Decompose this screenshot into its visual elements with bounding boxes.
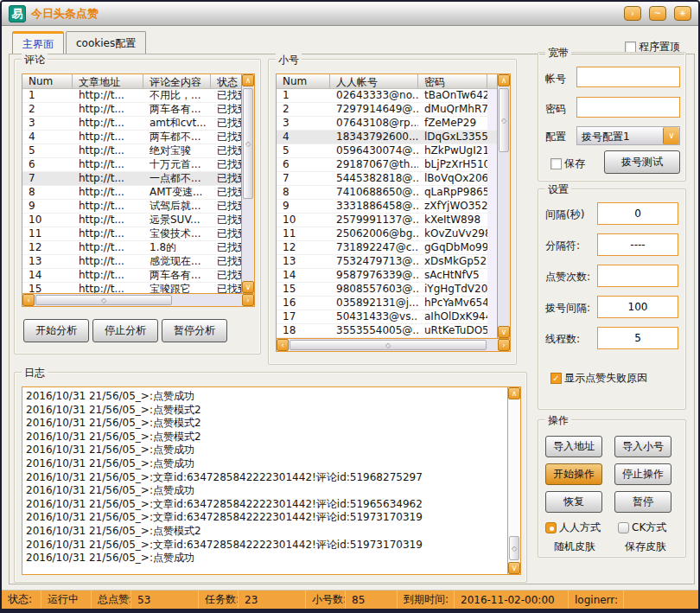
start-analysis-button[interactable]: 开始分析	[23, 319, 89, 342]
comments-vscrollbar[interactable]: ∧ ◇ ∨	[241, 74, 254, 293]
table-row[interactable]: 14http://t...两车各有...已找到	[22, 269, 241, 283]
table-row[interactable]: 8http://t...AMT变速...已找到	[22, 186, 241, 200]
scroll-track[interactable]: ◇	[508, 399, 520, 562]
table-row[interactable]: 137532479713@...xDsMkGp52	[277, 255, 497, 269]
dial-test-button[interactable]: 拨号测试	[604, 150, 680, 174]
resume-button[interactable]: 恢复	[545, 491, 602, 513]
table-row[interactable]: 6http://t...十万元首...已找到	[22, 158, 241, 172]
like-count-input[interactable]	[597, 265, 678, 287]
table-row[interactable]: 629187067@th...bLjPzXrH510	[277, 158, 497, 172]
broadband-save-checkbox[interactable]	[550, 158, 562, 169]
thread-count-input[interactable]	[597, 327, 678, 349]
table-row[interactable]: 93331886458@...zXfYjWO352	[277, 200, 497, 214]
broadband-save-option[interactable]: 保存	[550, 156, 585, 171]
scroll-thumb[interactable]: ◇	[509, 536, 519, 560]
show-fail-reason-checkbox[interactable]: ✓	[550, 373, 562, 384]
combo-dropdown-icon[interactable]: ∨	[663, 127, 679, 144]
scroll-left-icon[interactable]: ‹	[22, 294, 35, 306]
interval-input[interactable]	[597, 202, 678, 225]
separator-input[interactable]	[597, 233, 678, 256]
scroll-up-icon[interactable]: ∧	[508, 387, 520, 399]
scroll-track[interactable]: ◇	[242, 86, 254, 281]
ck-mode-radio[interactable]	[618, 522, 629, 533]
table-row[interactable]: 11http://t...宝俊技术...已找到	[22, 227, 241, 241]
table-row[interactable]: 7http://t...一点都不...已找到	[22, 172, 241, 186]
table-row[interactable]: 102579991137@...kXeItW898	[277, 214, 497, 227]
scroll-thumb[interactable]: ◇	[243, 88, 253, 199]
close-button-icon[interactable]: ✳	[674, 6, 691, 21]
stop-analysis-button[interactable]: 停止分析	[92, 319, 158, 342]
scroll-track[interactable]: ◇	[35, 294, 242, 306]
show-fail-reason-option[interactable]: ✓ 显示点赞失败原因	[550, 371, 647, 386]
column-header[interactable]: 密码	[418, 74, 487, 88]
save-skin-link[interactable]: 保存皮肤	[625, 540, 666, 554]
pause-button[interactable]: 暂停	[614, 491, 671, 513]
broadband-account-input[interactable]	[576, 67, 680, 87]
table-row[interactable]: 183553554005@...uRtKeTuDO5	[277, 324, 497, 338]
minimize-button-icon[interactable]: ~	[649, 6, 666, 21]
table-row[interactable]: 149587976339@...sAcHtNfV5	[277, 269, 497, 283]
table-row[interactable]: 3http://t...amt和cvt...已找到	[22, 117, 241, 131]
table-row[interactable]: 16035892131@j...hPcYaMv6546	[277, 297, 497, 310]
pause-analysis-button[interactable]: 暂停分析	[162, 319, 227, 342]
table-row[interactable]: 1125062006@bg...kOvZuVv2988	[277, 227, 497, 241]
table-row[interactable]: 1750431433@vs...aIhOlDxK9445	[277, 310, 497, 324]
scroll-left-icon[interactable]: ‹	[277, 339, 289, 351]
accounts-hscrollbar[interactable]: ‹ ◇ ›	[277, 338, 510, 351]
import-accounts-button[interactable]: 导入小号	[614, 436, 671, 457]
accounts-vscrollbar[interactable]: ∧ ◇ ∨	[497, 74, 510, 338]
table-row[interactable]: 13http://t...感觉现在...已找到	[22, 255, 241, 269]
scroll-track[interactable]: ◇	[289, 339, 498, 351]
random-skin-link[interactable]: 随机皮肤	[554, 540, 595, 554]
scroll-thumb[interactable]: ◇	[290, 340, 487, 350]
scroll-thumb[interactable]: ◇	[35, 295, 172, 305]
table-row[interactable]: 75445382818@...lBoVqOx2062	[277, 172, 497, 186]
tab-main[interactable]: 主界面	[12, 31, 64, 55]
dial-config-select[interactable]: 拨号配置1 ∨	[576, 126, 680, 145]
table-row[interactable]: 5http://t...绝对宝骏已找到	[22, 144, 241, 158]
table-row[interactable]: 4http://t...两车都不...已找到	[22, 131, 241, 144]
log-output[interactable]: 2016/10/31 21/56/05_>:点赞成功2016/10/31 21/…	[22, 386, 521, 575]
table-row[interactable]: 50596430074@...hZkPwUgI219	[277, 144, 497, 158]
table-row[interactable]: 12731892247@c...gGqDbMo999	[277, 241, 497, 255]
scroll-right-icon[interactable]: ›	[242, 294, 254, 306]
ck-mode-option[interactable]: CK方式	[618, 520, 666, 535]
table-row[interactable]: 10http://t...远景SUV...已找到	[22, 214, 241, 227]
comments-hscrollbar[interactable]: ‹ ◇ ›	[22, 293, 254, 306]
table-row[interactable]: 27297914649@...dMuQrMhR7	[277, 103, 497, 117]
skin-button-icon[interactable]: ›	[624, 6, 641, 21]
dial-interval-input[interactable]	[597, 296, 678, 318]
column-header[interactable]: 评论全内容	[143, 74, 211, 88]
log-vscrollbar[interactable]: ∧ ◇ ∨	[507, 387, 520, 574]
start-operation-button[interactable]: 开始操作	[545, 463, 602, 485]
table-row[interactable]: 102643333@no...tBaOnTw642	[277, 89, 497, 103]
table-row[interactable]: 418343792600...lDqGxL3355	[277, 131, 497, 144]
table-row[interactable]: 1http://t...不用比，...已找到	[22, 89, 241, 103]
scroll-down-icon[interactable]: ∨	[498, 326, 510, 338]
table-row[interactable]: 87410688650@...qLaRpP9865	[277, 186, 497, 200]
scroll-right-icon[interactable]: ›	[498, 339, 510, 351]
column-header[interactable]: Num	[22, 74, 73, 88]
renren-mode-option[interactable]: 人人方式	[545, 520, 601, 535]
scroll-track[interactable]: ◇	[498, 86, 510, 326]
stop-operation-button[interactable]: 停止操作	[614, 463, 671, 485]
scroll-up-icon[interactable]: ∧	[498, 74, 510, 86]
table-row[interactable]: 12http://t...1.8的已找到	[22, 241, 241, 255]
import-urls-button[interactable]: 导入地址	[545, 436, 602, 457]
broadband-password-input[interactable]	[576, 97, 680, 118]
scroll-down-icon[interactable]: ∨	[242, 281, 254, 293]
scroll-up-icon[interactable]: ∧	[242, 74, 254, 86]
scroll-down-icon[interactable]: ∨	[508, 562, 520, 574]
table-row[interactable]: 159808557603@...iYgHgTdV20	[277, 283, 497, 297]
column-header[interactable]: 状态	[211, 74, 241, 88]
table-row[interactable]: 9http://t...试驾后就...已找到	[22, 200, 241, 214]
column-header[interactable]: 人人帐号	[330, 74, 418, 88]
tab-cookies-config[interactable]: cookies配置	[66, 31, 146, 54]
table-row[interactable]: 15http://t...宝骏跟它已找到	[22, 283, 241, 293]
column-header[interactable]: Num	[277, 74, 330, 88]
table-row[interactable]: 307643108@rp...fZeMeP29	[277, 117, 497, 131]
scroll-thumb[interactable]: ◇	[499, 88, 509, 152]
renren-mode-radio[interactable]	[545, 522, 557, 533]
column-header[interactable]: 文章地址	[73, 74, 143, 88]
table-row[interactable]: 2http://t...两车各有...已找到	[22, 103, 241, 117]
